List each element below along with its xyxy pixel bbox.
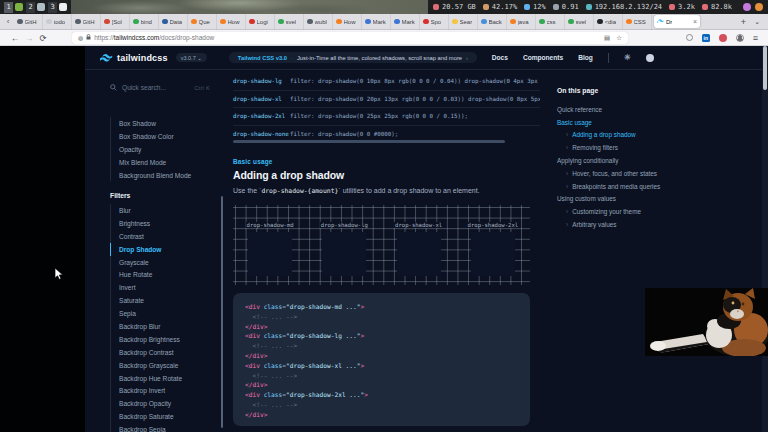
- page-scrollbar-thumb[interactable]: [763, 46, 767, 90]
- browser-tab[interactable]: Mark: [362, 14, 391, 30]
- pocket-extension-icon[interactable]: [719, 34, 727, 42]
- sidebar-item[interactable]: Invert: [111, 281, 215, 294]
- quick-search[interactable]: Quick search... Ctrl K: [110, 84, 210, 91]
- reload-button[interactable]: ⟳: [36, 33, 50, 43]
- browser-tab[interactable]: svel: [275, 14, 304, 30]
- browser-tab[interactable]: <dia: [594, 14, 623, 30]
- browser-tab[interactable]: GitH: [14, 14, 43, 30]
- workspace-button[interactable]: 3: [48, 2, 67, 13]
- version-selector[interactable]: v3.0.7 ⌄: [176, 53, 207, 62]
- properties-cell: filter: drop-shadow(0 10px 8px rgb(0 0 0…: [290, 78, 540, 84]
- new-tab-button[interactable]: +: [741, 17, 746, 27]
- browser-tab[interactable]: GitH: [72, 14, 101, 30]
- sidebar-item[interactable]: Backdrop Blur: [111, 320, 215, 333]
- sidebar-item[interactable]: Blur: [111, 204, 215, 217]
- bookmark-star-icon[interactable]: ☆: [616, 34, 622, 42]
- sidebar-item[interactable]: Mix Blend Mode: [111, 156, 215, 169]
- page-content: tailwindcss v3.0.7 ⌄ Tailwind CSS v3.0 ·…: [0, 46, 768, 432]
- tab-scroll-left-button[interactable]: ‹: [2, 17, 14, 26]
- extension-circle-icon[interactable]: [686, 34, 693, 41]
- sidebar-item[interactable]: Box Shadow Color: [111, 130, 215, 143]
- nav-link-blog[interactable]: Blog: [578, 54, 593, 61]
- browser-tab[interactable]: todo: [43, 14, 72, 30]
- class-name-cell: drop-shadow-xl: [233, 96, 290, 102]
- sidebar-item[interactable]: Brightness: [111, 217, 215, 230]
- toc-item[interactable]: › Hover, focus, and other states: [557, 167, 707, 180]
- browser-tab[interactable]: [Sol: [101, 14, 130, 30]
- tailwind-logo[interactable]: tailwindcss: [100, 53, 168, 63]
- nav-link-components[interactable]: Components: [523, 54, 563, 61]
- menu-hamburger-icon[interactable]: ≡: [753, 33, 758, 43]
- sidebar-item[interactable]: Grayscale: [111, 256, 215, 269]
- code-block: <div class="drop-shadow-md ..."> <!-- ..…: [233, 293, 530, 426]
- sidebar-item[interactable]: Backdrop Hue Rotate: [111, 372, 215, 385]
- stat-icon: [433, 4, 439, 10]
- sidebar-item[interactable]: Drop Shadow: [110, 243, 215, 256]
- toc-item[interactable]: › Quick reference: [557, 103, 707, 116]
- browser-tab[interactable]: bind: [130, 14, 159, 30]
- reader-mode-icon[interactable]: ▤: [604, 34, 610, 42]
- release-banner[interactable]: Tailwind CSS v3.0 · Just-in-Time all the…: [229, 52, 477, 63]
- sidebar-item[interactable]: Background Blend Mode: [111, 169, 215, 182]
- tab-close-button[interactable]: ×: [693, 18, 697, 25]
- toc-item[interactable]: › Basic usage: [557, 116, 707, 129]
- sidebar-scrollbar[interactable]: [221, 196, 223, 428]
- browser-tab-active[interactable]: Dr ×: [654, 15, 700, 28]
- browser-tab[interactable]: Data: [159, 14, 188, 30]
- sidebar-item[interactable]: Backdrop Contrast: [111, 346, 215, 359]
- tab-favicon-icon: [75, 19, 81, 25]
- sidebar-item[interactable]: Backdrop Sepia: [111, 423, 215, 432]
- toc-item[interactable]: › Breakpoints and media queries: [557, 180, 707, 193]
- tray-icon[interactable]: [743, 3, 751, 11]
- tab-favicon-icon: [307, 19, 313, 25]
- browser-tab[interactable]: How: [333, 14, 362, 30]
- workspace-button[interactable]: 2: [26, 2, 45, 13]
- browser-tab[interactable]: Que: [188, 14, 217, 30]
- sidebar-item[interactable]: Hue Rotate: [111, 268, 215, 281]
- account-icon[interactable]: [736, 34, 744, 42]
- browser-tab[interactable]: CSS: [623, 14, 652, 30]
- toc-item[interactable]: › Customizing your theme: [557, 205, 707, 218]
- tray-icon[interactable]: [755, 3, 763, 11]
- table-horizontal-scrollbar[interactable]: [233, 140, 505, 143]
- sidebar-item[interactable]: Backdrop Brightness: [111, 333, 215, 346]
- linkedin-extension-icon[interactable]: in: [702, 34, 710, 42]
- browser-tab[interactable]: Spo: [420, 14, 449, 30]
- browser-tab[interactable]: svel: [565, 14, 594, 30]
- forward-button[interactable]: →: [22, 33, 36, 43]
- code-content: <div class="drop-shadow-md ..."> <!-- ..…: [245, 302, 518, 420]
- tracking-shield-icon[interactable]: ◍: [78, 34, 83, 41]
- theme-toggle-sun-icon[interactable]: ☀: [624, 53, 631, 62]
- sidebar-item[interactable]: Backdrop Opacity: [111, 397, 215, 410]
- nav-link-docs[interactable]: Docs: [492, 54, 508, 61]
- tab-list-button[interactable]: ⌄: [754, 18, 760, 26]
- github-icon[interactable]: [646, 54, 654, 62]
- sidebar-item[interactable]: Sepia: [111, 307, 215, 320]
- browser-tab[interactable]: css: [536, 14, 565, 30]
- sidebar-item[interactable]: Backdrop Grayscale: [111, 359, 215, 372]
- browser-tab[interactable]: Back: [478, 14, 507, 30]
- browser-tab[interactable]: Mark: [391, 14, 420, 30]
- sidebar-item[interactable]: Opacity: [111, 143, 215, 156]
- toc-item[interactable]: › Applying conditionally: [557, 154, 707, 167]
- demo-column: drop-shadow-xl: [382, 205, 456, 285]
- lock-icon[interactable]: [86, 34, 91, 41]
- toc-item[interactable]: › Using custom values: [557, 193, 707, 206]
- sidebar-item[interactable]: Contrast: [111, 230, 215, 243]
- toc-item[interactable]: › Arbitrary values: [557, 218, 707, 231]
- browser-tab[interactable]: Sear: [449, 14, 478, 30]
- browser-tab[interactable]: java: [507, 14, 536, 30]
- sidebar-item[interactable]: Saturate: [111, 294, 215, 307]
- toc-item[interactable]: › Adding a drop shadow: [557, 129, 707, 142]
- back-button[interactable]: ←: [8, 33, 22, 43]
- workspace-button[interactable]: 1: [4, 2, 23, 13]
- page-scrollbar[interactable]: [762, 46, 768, 432]
- toc-item[interactable]: › Removing filters: [557, 141, 707, 154]
- browser-tab[interactable]: wubl: [304, 14, 333, 30]
- sidebar-item[interactable]: Backdrop Invert: [111, 384, 215, 397]
- browser-tab[interactable]: How: [217, 14, 246, 30]
- sidebar-item[interactable]: Backdrop Saturate: [111, 410, 215, 423]
- browser-tab[interactable]: Logi: [246, 14, 275, 30]
- sidebar-item[interactable]: Box Shadow: [111, 117, 215, 130]
- address-bar[interactable]: ◍ https://tailwindcss.com/docs/drop-shad…: [72, 32, 628, 44]
